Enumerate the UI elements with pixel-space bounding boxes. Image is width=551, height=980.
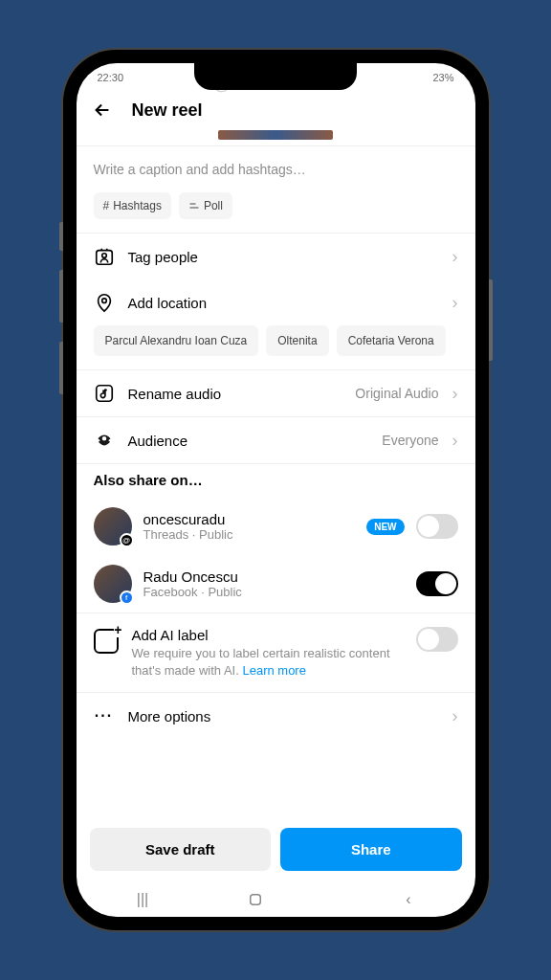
chevron-right-icon: › — [452, 431, 458, 451]
also-share-title: Also share on… — [77, 464, 475, 498]
chevron-right-icon: › — [452, 706, 458, 726]
header: New reel — [77, 92, 475, 130]
facebook-share-row: f Radu Oncescu Facebook · Public — [77, 555, 475, 612]
svg-rect-3 — [96, 386, 112, 402]
hashtags-chip[interactable]: # Hashtags — [94, 192, 171, 219]
svg-point-2 — [101, 299, 106, 303]
ai-label-desc: We require you to label certain realisti… — [132, 645, 403, 679]
audience-icon — [94, 430, 115, 451]
ai-label-toggle[interactable] — [416, 627, 458, 652]
chevron-right-icon: › — [452, 384, 458, 404]
nav-home-icon[interactable] — [247, 891, 304, 908]
save-draft-button[interactable]: Save draft — [90, 828, 272, 871]
caption-input[interactable]: Write a caption and add hashtags… — [77, 146, 475, 192]
facebook-toggle[interactable] — [416, 571, 458, 596]
hashtags-label: Hashtags — [113, 199, 162, 212]
tag-people-label: Tag people — [128, 249, 439, 265]
audience-row[interactable]: Audience Everyone › — [77, 417, 475, 463]
bottom-actions: Save draft Share — [77, 816, 475, 882]
back-arrow-icon[interactable] — [92, 100, 113, 121]
tag-people-row[interactable]: Tag people › — [77, 234, 475, 279]
add-location-row[interactable]: Add location › — [77, 279, 475, 325]
more-icon: ··· — [94, 705, 115, 726]
threads-toggle[interactable] — [416, 514, 458, 539]
threads-meta: Threads · Public — [143, 527, 356, 542]
poll-label: Poll — [204, 199, 223, 212]
add-location-label: Add location — [128, 295, 439, 311]
ai-learn-more-link[interactable]: Learn more — [242, 663, 305, 678]
threads-badge-icon: @ — [120, 533, 134, 547]
facebook-avatar: f — [94, 565, 132, 603]
new-badge: NEW — [366, 519, 404, 535]
threads-share-row: @ oncescuradu Threads · Public NEW — [77, 498, 475, 555]
svg-rect-4 — [251, 895, 261, 905]
svg-point-1 — [101, 254, 106, 258]
ai-label-row: Add AI label We require you to label cer… — [77, 613, 475, 692]
threads-avatar: @ — [94, 507, 132, 546]
facebook-badge-icon: f — [120, 590, 134, 605]
audience-value: Everyone — [382, 433, 438, 448]
poll-icon — [188, 200, 200, 212]
status-battery: 23% — [432, 72, 453, 83]
location-icon — [94, 292, 115, 313]
hashtag-icon: # — [103, 199, 110, 212]
audio-icon — [94, 383, 115, 404]
ai-label-title: Add AI label — [132, 627, 403, 643]
reel-thumbnail[interactable] — [77, 130, 475, 145]
nav-back-icon[interactable]: ‹ — [380, 891, 437, 908]
share-button[interactable]: Share — [280, 828, 462, 871]
rename-audio-label: Rename audio — [128, 386, 342, 402]
status-time: 22:30 — [98, 72, 124, 83]
chevron-right-icon: › — [452, 293, 458, 313]
chevron-right-icon: › — [452, 247, 458, 267]
phone-notch — [194, 63, 357, 90]
audience-label: Audience — [128, 433, 369, 449]
nav-recent-icon[interactable]: ||| — [114, 891, 171, 908]
location-chip-0[interactable]: Parcul Alexandru Ioan Cuza — [94, 325, 259, 356]
location-chip-1[interactable]: Oltenita — [266, 325, 328, 356]
phone-frame: @onsescuradu 22:30 23% New reel Write a … — [63, 50, 489, 930]
more-options-label: More options — [128, 708, 439, 724]
threads-name: oncescuradu — [143, 511, 356, 527]
add-ai-icon — [94, 629, 119, 654]
location-chip-2[interactable]: Cofetaria Verona — [337, 325, 446, 356]
tag-people-icon — [94, 246, 115, 267]
page-title: New reel — [132, 100, 203, 121]
poll-chip[interactable]: Poll — [179, 192, 232, 219]
rename-audio-row[interactable]: Rename audio Original Audio › — [77, 370, 475, 416]
facebook-meta: Facebook · Public — [143, 585, 405, 599]
facebook-name: Radu Oncescu — [143, 568, 405, 585]
more-options-row[interactable]: ··· More options › — [77, 693, 475, 739]
rename-audio-value: Original Audio — [355, 386, 438, 401]
android-nav-bar: ||| ‹ — [77, 882, 475, 917]
